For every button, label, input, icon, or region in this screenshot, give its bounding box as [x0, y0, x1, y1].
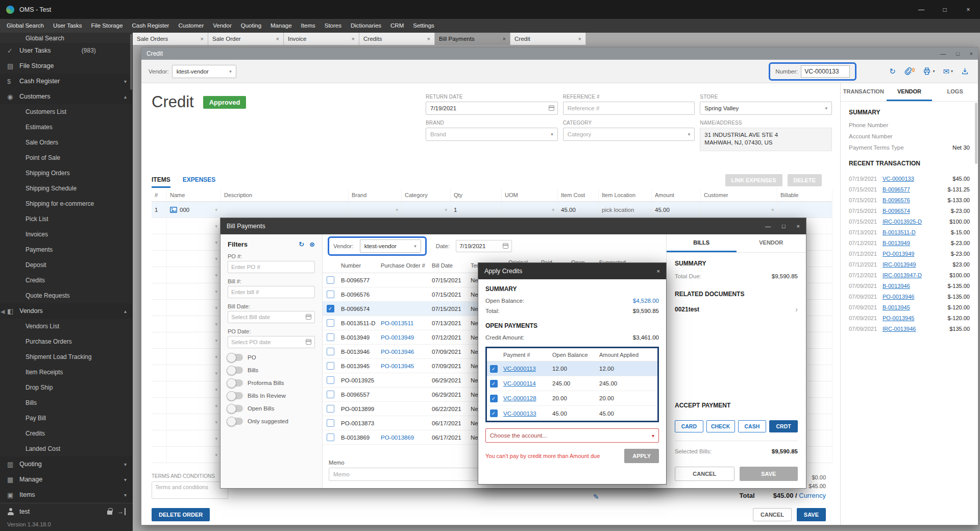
bills-panel-tab[interactable]: BILLS: [667, 234, 737, 252]
bill-checkbox[interactable]: [327, 333, 334, 341]
transaction-doc-link[interactable]: B-0096574: [883, 208, 951, 214]
reference-input[interactable]: [563, 102, 695, 115]
store-select[interactable]: Spring Valley: [700, 102, 832, 115]
document-tab[interactable]: Sale Order ×: [208, 33, 284, 45]
payment-link[interactable]: VC-0000113: [503, 366, 536, 372]
transaction-doc-link[interactable]: B-0013949: [883, 240, 951, 246]
delete-button[interactable]: DELETE: [788, 174, 822, 186]
bills-panel-tab[interactable]: VENDOR: [737, 234, 806, 252]
payment-method-button[interactable]: CHECK: [706, 420, 735, 432]
po-link[interactable]: PO-0013949: [381, 334, 414, 341]
transaction-doc-link[interactable]: PO-0013945: [883, 315, 948, 321]
payment-link[interactable]: VC-0000128: [503, 395, 536, 401]
payment-method-button[interactable]: CASH: [738, 420, 767, 432]
menu-item[interactable]: CRM: [386, 19, 408, 33]
transaction-doc-link[interactable]: B-0013946: [883, 283, 948, 289]
bill-checkbox[interactable]: [327, 433, 334, 441]
transaction-doc-link[interactable]: PO-0013949: [883, 251, 951, 257]
bill-number-input[interactable]: [228, 286, 315, 298]
edit-icon[interactable]: ✎: [593, 493, 599, 501]
toggle-switch[interactable]: [228, 405, 243, 412]
tab-close-icon[interactable]: ×: [352, 36, 355, 42]
transaction-doc-link[interactable]: IRC-0013946: [883, 326, 949, 332]
lock-icon[interactable]: [107, 511, 112, 515]
close-icon[interactable]: ×: [970, 51, 973, 57]
transaction-doc-link[interactable]: PO-0013946: [883, 294, 948, 300]
sidebar-item[interactable]: ✓ User Tasks (983): [0, 43, 133, 58]
sidebar-item[interactable]: Landed Cost: [0, 441, 133, 456]
document-tab[interactable]: Credits ×: [359, 33, 435, 45]
sidebar-item[interactable]: Payments: [0, 242, 133, 257]
clear-filters-icon[interactable]: ⊗: [309, 240, 315, 248]
bill-checkbox[interactable]: [327, 419, 334, 427]
sidebar-item[interactable]: Customers List: [0, 104, 133, 119]
transaction-doc-link[interactable]: B-0013945: [883, 304, 948, 310]
menu-item[interactable]: Dictionaries: [346, 19, 386, 33]
po-link[interactable]: PO-0013946: [381, 349, 414, 355]
transaction-doc-link[interactable]: VC-0000133: [883, 176, 952, 182]
close-icon[interactable]: ×: [797, 223, 800, 229]
tab-close-icon[interactable]: ×: [578, 36, 581, 42]
sidebar-item[interactable]: Pick List: [0, 211, 133, 227]
tab-close-icon[interactable]: ×: [201, 36, 204, 42]
bill-checkbox[interactable]: [327, 391, 334, 398]
menu-item[interactable]: Settings: [408, 19, 439, 33]
sidebar-item[interactable]: Shipping Schedule: [0, 181, 133, 196]
bill-checkbox[interactable]: [327, 291, 334, 298]
tab-close-icon[interactable]: ×: [276, 36, 279, 42]
save-button[interactable]: SAVE: [740, 467, 798, 481]
vendor-panel-tab[interactable]: VENDOR: [887, 83, 933, 101]
currency-link[interactable]: Currency: [799, 492, 826, 499]
document-tab[interactable]: Invoice ×: [284, 33, 359, 45]
transaction-doc-link[interactable]: IRC-0013925-D: [883, 219, 949, 225]
bill-checkbox[interactable]: [327, 348, 334, 355]
cancel-button[interactable]: CANCEL: [753, 508, 792, 521]
toggle-switch[interactable]: [228, 418, 243, 425]
toggle-switch[interactable]: [228, 354, 243, 361]
payment-method-button[interactable]: CRDT: [769, 420, 798, 432]
payment-checkbox[interactable]: [490, 395, 498, 402]
menu-item[interactable]: Stores: [320, 19, 346, 33]
po-link[interactable]: PO-0013945: [381, 363, 414, 369]
vendor-select[interactable]: ktest-vendor: [172, 65, 236, 78]
apply-button[interactable]: APPLY: [624, 449, 659, 463]
vendor-select[interactable]: ktest-vendor: [360, 239, 421, 253]
sidebar-item-partial[interactable]: Global Search: [0, 33, 133, 43]
bill-checkbox[interactable]: [327, 405, 334, 413]
refresh-icon[interactable]: ↻: [299, 240, 304, 248]
delete-order-button[interactable]: DELETE ORDER: [152, 508, 210, 521]
payment-link[interactable]: VC-0000114: [503, 380, 536, 387]
po-link[interactable]: PO-0013511: [381, 320, 413, 326]
cancel-button[interactable]: CANCEL: [675, 467, 734, 481]
menu-item[interactable]: Vendor: [208, 19, 236, 33]
terms-textarea[interactable]: [152, 481, 228, 499]
save-button[interactable]: SAVE: [797, 508, 826, 521]
sidebar-item[interactable]: $ Cash Register ▾: [0, 74, 133, 89]
toggle-switch[interactable]: [228, 392, 243, 399]
related-document-link[interactable]: 0021test ›: [675, 305, 798, 313]
document-tab[interactable]: Bill Payments ×: [435, 33, 510, 45]
payment-method-button[interactable]: CARD: [675, 420, 703, 432]
minimize-icon[interactable]: —: [765, 223, 771, 229]
bill-checkbox[interactable]: [327, 376, 334, 384]
close-icon[interactable]: ×: [657, 268, 660, 274]
link-expenses-button[interactable]: LINK EXPENSES: [725, 174, 782, 186]
menu-item[interactable]: User Tasks: [48, 19, 87, 33]
sidebar-item[interactable]: Shipping Orders: [0, 165, 133, 181]
transaction-doc-link[interactable]: IRC-0013949: [883, 261, 952, 268]
bill-checkbox[interactable]: [327, 276, 334, 284]
sidebar-item[interactable]: Pay Bill: [0, 411, 133, 426]
vendor-panel-tab[interactable]: TRANSACTION: [841, 83, 887, 101]
bill-checkbox[interactable]: [327, 319, 334, 327]
tab-close-icon[interactable]: ×: [427, 36, 430, 42]
sidebar-item[interactable]: Credits: [0, 426, 133, 441]
po-link[interactable]: PO-0013869: [381, 435, 414, 441]
vendor-panel-tab[interactable]: LOGS: [932, 83, 978, 101]
menu-item[interactable]: Manage: [266, 19, 297, 33]
sidebar-item[interactable]: ◧ Vendors ▴: [0, 303, 133, 319]
sidebar-item[interactable]: Point of Sale: [0, 150, 133, 165]
sidebar-item[interactable]: Vendors List: [0, 319, 133, 334]
tab-close-icon[interactable]: ×: [503, 36, 506, 42]
document-tab[interactable]: Sale Orders ×: [133, 33, 208, 45]
minimize-icon[interactable]: —: [940, 51, 946, 57]
